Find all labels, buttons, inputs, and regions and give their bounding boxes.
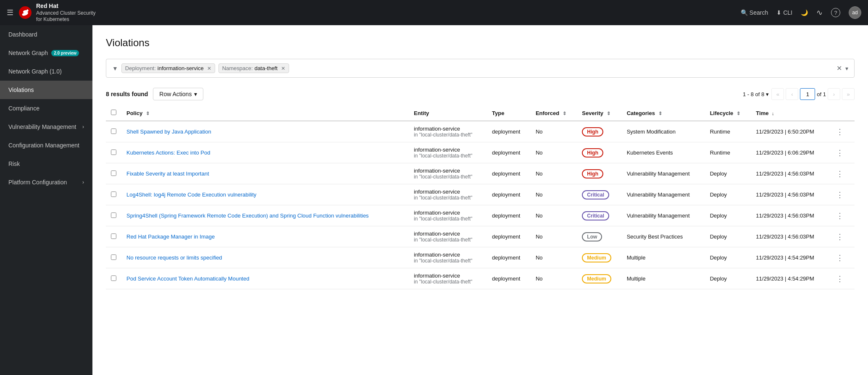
row-menu-button-7[interactable]: ⋮ xyxy=(834,273,846,284)
col-enforced: Enforced ⇕ xyxy=(531,105,577,121)
sidebar-item-dashboard[interactable]: Dashboard xyxy=(0,25,92,44)
policy-link-5[interactable]: Red Hat Package Manager in Image xyxy=(126,233,215,240)
chevron-down-icon[interactable]: ▾ xyxy=(766,91,769,97)
row-severity-4: Critical xyxy=(577,205,621,226)
dark-mode-button[interactable]: 🌙 xyxy=(801,9,808,16)
row-checkbox-cell xyxy=(106,184,121,205)
row-policy-7: Pod Service Account Token Automatically … xyxy=(121,268,409,289)
next-page-button[interactable]: › xyxy=(828,88,840,100)
row-checkbox-cell xyxy=(106,121,121,142)
sidebar-item-network-graph[interactable]: Network Graph 2.0 preview xyxy=(0,44,92,62)
sidebar-item-compliance[interactable]: Compliance xyxy=(0,99,92,118)
user-avatar[interactable]: ad xyxy=(849,6,861,19)
row-checkbox-4[interactable] xyxy=(111,212,116,218)
row-checkbox-2[interactable] xyxy=(111,170,116,176)
row-severity-0: High xyxy=(577,121,621,142)
filter-chip-deployment: Deployment: information-service ✕ xyxy=(121,63,215,73)
row-menu-button-4[interactable]: ⋮ xyxy=(834,210,846,221)
sort-categories-icon[interactable]: ⇕ xyxy=(658,111,662,116)
sidebar-item-platform-configuration[interactable]: Platform Configuration › xyxy=(0,173,92,191)
row-checkbox-3[interactable] xyxy=(111,191,116,197)
activity-button[interactable]: ∿ xyxy=(816,8,823,17)
cli-label: CLI xyxy=(783,9,792,16)
row-checkbox-5[interactable] xyxy=(111,233,116,239)
policy-link-7[interactable]: Pod Service Account Token Automatically … xyxy=(126,275,249,282)
table-row: Pod Service Account Token Automatically … xyxy=(106,268,855,289)
violations-table: Policy ⇕ Entity Type Enforced ⇕ Severity xyxy=(106,105,855,289)
row-menu-button-1[interactable]: ⋮ xyxy=(834,147,846,158)
sort-policy-icon[interactable]: ⇕ xyxy=(146,111,150,116)
row-policy-6: No resource requests or limits specified xyxy=(121,247,409,268)
sort-enforced-icon[interactable]: ⇕ xyxy=(563,111,566,116)
top-nav-right: 🔍 Search ⬇ CLI 🌙 ∿ ? ad xyxy=(741,6,861,19)
last-page-button[interactable]: » xyxy=(842,88,855,100)
hamburger-menu[interactable]: ☰ xyxy=(7,8,13,17)
severity-badge-1: High xyxy=(582,148,603,157)
chip-label-namespace: Namespace: xyxy=(222,65,253,71)
col-time: Time ↓ xyxy=(751,105,829,121)
row-type-2: deployment xyxy=(487,163,531,184)
sidebar-item-network-graph-1[interactable]: Network Graph (1.0) xyxy=(0,62,92,81)
select-all-checkbox[interactable] xyxy=(111,110,116,115)
cli-button[interactable]: ⬇ CLI xyxy=(776,9,792,16)
brand-text: Red Hat Advanced Cluster Securityfor Kub… xyxy=(36,2,95,23)
row-checkbox-cell xyxy=(106,163,121,184)
row-checkbox-7[interactable] xyxy=(111,275,116,281)
row-entity-4: information-service in "local-cluster/da… xyxy=(409,205,487,226)
row-checkbox-1[interactable] xyxy=(111,149,116,155)
row-lifecycle-0: Runtime xyxy=(705,121,751,142)
policy-link-0[interactable]: Shell Spawned by Java Application xyxy=(126,128,211,135)
sort-severity-icon[interactable]: ⇕ xyxy=(607,111,610,116)
row-menu-button-5[interactable]: ⋮ xyxy=(834,231,846,242)
severity-badge-0: High xyxy=(582,127,603,136)
filter-clear-button[interactable]: ✕ xyxy=(836,64,842,72)
policy-link-4[interactable]: Spring4Shell (Spring Framework Remote Co… xyxy=(126,212,369,219)
main-layout: Dashboard Network Graph 2.0 preview Netw… xyxy=(0,25,868,375)
row-time-2: 11/29/2023 | 4:56:03PM xyxy=(751,163,829,184)
sort-time-icon[interactable]: ↓ xyxy=(772,111,774,116)
table-row: Fixable Severity at least Important info… xyxy=(106,163,855,184)
row-menu-button-2[interactable]: ⋮ xyxy=(834,168,846,179)
entity-main-6: information-service xyxy=(414,252,482,258)
row-checkbox-6[interactable] xyxy=(111,254,116,260)
row-entity-5: information-service in "local-cluster/da… xyxy=(409,226,487,247)
policy-link-6[interactable]: No resource requests or limits specified xyxy=(126,254,222,261)
policy-link-1[interactable]: Kubernetes Actions: Exec into Pod xyxy=(126,149,210,156)
row-categories-3: Vulnerability Management xyxy=(622,184,705,205)
chip-remove-deployment[interactable]: ✕ xyxy=(207,66,211,71)
policy-link-3[interactable]: Log4Shell: log4j Remote Code Execution v… xyxy=(126,191,256,198)
table-row: Spring4Shell (Spring Framework Remote Co… xyxy=(106,205,855,226)
col-entity: Entity xyxy=(409,105,487,121)
row-policy-5: Red Hat Package Manager in Image xyxy=(121,226,409,247)
row-categories-0: System Modification xyxy=(622,121,705,142)
row-checkbox-cell xyxy=(106,205,121,226)
help-button[interactable]: ? xyxy=(831,8,840,17)
policy-link-2[interactable]: Fixable Severity at least Important xyxy=(126,170,209,177)
sort-lifecycle-icon[interactable]: ⇕ xyxy=(736,111,740,116)
sidebar-item-risk[interactable]: Risk xyxy=(0,155,92,173)
sidebar-item-configuration-management[interactable]: Configuration Management xyxy=(0,136,92,155)
row-menu-cell-7: ⋮ xyxy=(829,268,855,289)
chip-value-namespace: data-theft xyxy=(255,65,278,71)
row-enforced-2: No xyxy=(531,163,577,184)
row-checkbox-0[interactable] xyxy=(111,128,116,134)
chip-remove-namespace[interactable]: ✕ xyxy=(281,66,285,71)
row-time-5: 11/29/2023 | 4:56:03PM xyxy=(751,226,829,247)
row-menu-button-6[interactable]: ⋮ xyxy=(834,252,846,263)
select-all-header xyxy=(106,105,121,121)
entity-sub-5: in "local-cluster/data-theft" xyxy=(414,237,482,243)
pagination-range-text: 1 - 8 of 8 xyxy=(743,91,764,97)
download-icon: ⬇ xyxy=(776,9,781,16)
prev-page-button[interactable]: ‹ xyxy=(786,88,798,100)
sidebar-item-violations[interactable]: Violations xyxy=(0,81,92,99)
row-actions-button[interactable]: Row Actions ▾ xyxy=(153,88,203,100)
entity-main-1: information-service xyxy=(414,147,482,153)
page-number-input[interactable] xyxy=(800,88,815,100)
filter-expand-button[interactable]: ▾ xyxy=(845,65,848,72)
sidebar-item-vulnerability-management[interactable]: Vulnerability Management › xyxy=(0,118,92,136)
first-page-button[interactable]: « xyxy=(771,88,784,100)
row-menu-button-0[interactable]: ⋮ xyxy=(834,126,846,137)
top-nav: ☰ Red Hat Advanced Cluster Securityfor K… xyxy=(0,0,868,25)
row-menu-button-3[interactable]: ⋮ xyxy=(834,189,846,200)
search-button[interactable]: 🔍 Search xyxy=(741,9,768,16)
